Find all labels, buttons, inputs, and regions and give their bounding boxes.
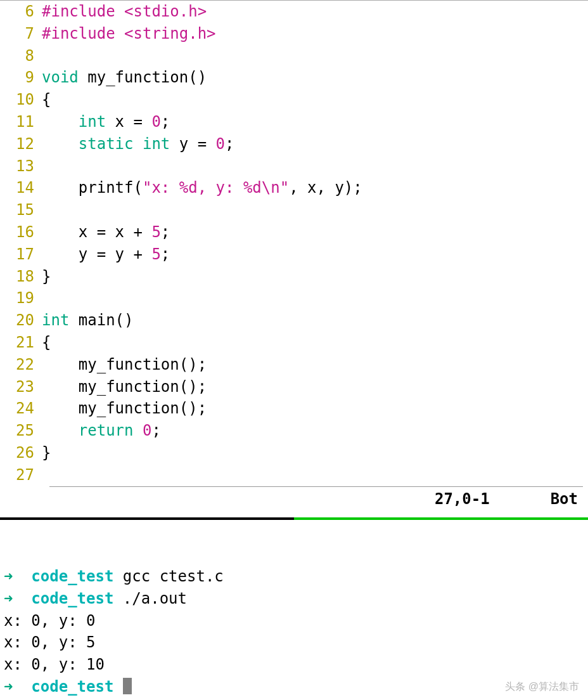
code-content[interactable]: printf("x: %d, y: %d\n", x, y); — [42, 177, 588, 199]
code-line[interactable]: 6#include <stdio.h> — [0, 1, 588, 23]
code-content[interactable]: { — [42, 89, 588, 111]
command-text[interactable]: ./a.out — [123, 590, 187, 607]
line-number: 26 — [0, 442, 42, 464]
line-number: 9 — [0, 67, 42, 89]
code-content[interactable] — [42, 199, 588, 221]
line-number: 14 — [0, 177, 42, 199]
code-content[interactable] — [42, 155, 588, 178]
code-line[interactable]: 10{ — [0, 89, 588, 111]
terminal-pane[interactable]: ➜ code_test gcc ctest.c➜ code_test ./a.o… — [0, 520, 588, 700]
code-line[interactable]: 26} — [0, 442, 588, 464]
code-content[interactable]: } — [42, 266, 588, 288]
output-text: x: 0, y: 10 — [4, 656, 105, 673]
code-line[interactable]: 24 my_function(); — [0, 398, 588, 420]
line-number: 19 — [0, 287, 42, 309]
prompt-arrow-icon: ➜ — [4, 567, 13, 585]
terminal-prompt-line[interactable]: ➜ code_test gcc ctest.c — [4, 566, 585, 588]
code-line[interactable]: 17 y = y + 5; — [0, 243, 588, 266]
code-content[interactable]: my_function(); — [42, 398, 588, 420]
terminal-output-line: x: 0, y: 5 — [4, 632, 585, 654]
cwd-label: code_test — [31, 567, 113, 585]
command-text[interactable]: gcc ctest.c — [123, 567, 224, 585]
code-content[interactable]: int x = 0; — [42, 111, 588, 133]
code-content[interactable]: my_function(); — [42, 376, 588, 398]
code-content[interactable]: my_function(); — [42, 354, 588, 376]
line-number: 23 — [0, 376, 42, 398]
terminal-cursor — [123, 678, 132, 694]
line-number: 21 — [0, 332, 42, 354]
watermark: 头条 @算法集市 — [505, 679, 579, 694]
line-number: 18 — [0, 266, 42, 288]
code-line[interactable]: 12 static int y = 0; — [0, 133, 588, 155]
prompt-arrow-icon: ➜ — [4, 590, 13, 607]
code-line[interactable]: 27 — [0, 464, 588, 486]
line-number: 15 — [0, 199, 42, 221]
editor-pane[interactable]: 6#include <stdio.h>7#include <string.h>8… — [0, 0, 588, 514]
terminal-prompt-line[interactable]: ➜ code_test ./a.out — [4, 588, 585, 610]
code-line[interactable]: 25 return 0; — [0, 420, 588, 442]
line-number: 13 — [0, 155, 42, 178]
code-line[interactable]: 15 — [0, 199, 588, 221]
code-content[interactable]: y = y + 5; — [42, 243, 588, 266]
code-content[interactable]: x = x + 5; — [42, 221, 588, 243]
code-content[interactable]: int main() — [42, 309, 588, 332]
code-line[interactable]: 14 printf("x: %d, y: %d\n", x, y); — [0, 177, 588, 199]
code-line[interactable]: 21{ — [0, 332, 588, 354]
line-number: 7 — [0, 23, 42, 45]
terminal-output-line: x: 0, y: 0 — [4, 610, 585, 632]
line-number: 11 — [0, 111, 42, 133]
line-number: 24 — [0, 398, 42, 420]
code-content[interactable] — [42, 287, 588, 309]
code-line[interactable]: 8 — [0, 45, 588, 67]
code-line[interactable]: 13 — [0, 155, 588, 178]
cwd-label: code_test — [31, 590, 113, 607]
output-text: x: 0, y: 0 — [4, 612, 96, 630]
line-number: 17 — [0, 243, 42, 266]
code-line[interactable]: 16 x = x + 5; — [0, 221, 588, 243]
code-content[interactable]: void my_function() — [42, 67, 588, 89]
line-number: 6 — [0, 1, 42, 23]
code-line[interactable]: 18} — [0, 266, 588, 288]
code-content[interactable] — [42, 464, 588, 486]
code-line[interactable]: 22 my_function(); — [0, 354, 588, 376]
line-number: 20 — [0, 309, 42, 332]
code-line[interactable]: 19 — [0, 287, 588, 309]
cursor-position: 27,0-1 — [435, 488, 490, 510]
code-line[interactable]: 20int main() — [0, 309, 588, 332]
output-text: x: 0, y: 5 — [4, 633, 96, 651]
line-number: 22 — [0, 354, 42, 376]
scroll-indicator: Bot — [551, 488, 578, 510]
cwd-label: code_test — [31, 678, 113, 696]
terminal-output-line: x: 0, y: 10 — [4, 654, 585, 676]
line-number: 10 — [0, 89, 42, 111]
code-content[interactable] — [42, 45, 588, 67]
code-content[interactable]: #include <string.h> — [42, 23, 588, 45]
terminal-prompt-line[interactable]: ➜ code_test — [4, 676, 585, 698]
code-content[interactable]: } — [42, 442, 588, 464]
code-line[interactable]: 11 int x = 0; — [0, 111, 588, 133]
code-content[interactable]: static int y = 0; — [42, 133, 588, 155]
line-number: 27 — [0, 464, 42, 486]
code-line[interactable]: 9void my_function() — [0, 67, 588, 89]
line-number: 12 — [0, 133, 42, 155]
line-number: 8 — [0, 45, 42, 67]
code-line[interactable]: 23 my_function(); — [0, 376, 588, 398]
code-content[interactable]: return 0; — [42, 420, 588, 442]
line-number: 16 — [0, 221, 42, 243]
prompt-arrow-icon: ➜ — [4, 678, 13, 696]
code-content[interactable]: #include <stdio.h> — [42, 1, 588, 23]
code-content[interactable]: { — [42, 332, 588, 354]
code-line[interactable]: 7#include <string.h> — [0, 23, 588, 45]
line-number: 25 — [0, 420, 42, 442]
editor-status-bar: 27,0-1 Bot — [0, 487, 588, 514]
